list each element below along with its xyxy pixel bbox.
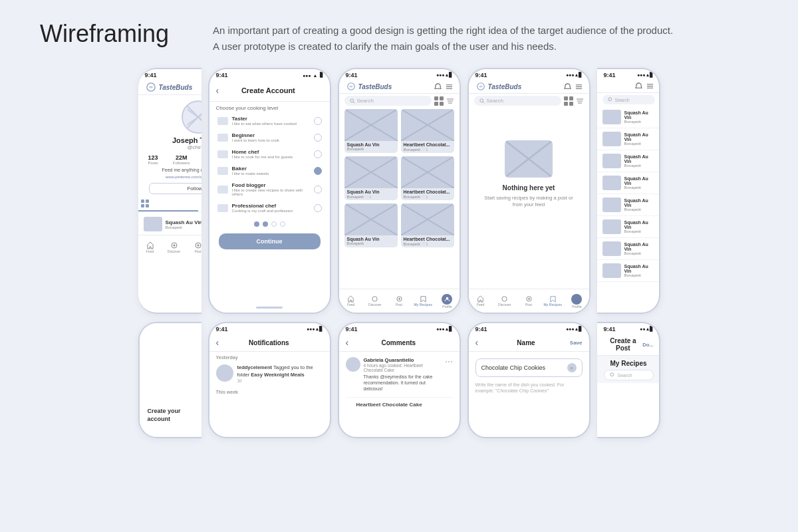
page-header: Wireframing An important part of creatin… xyxy=(0,0,798,68)
cooking-levels: TasterI like to eat what others have coo… xyxy=(209,112,330,216)
search-placeholder: Search xyxy=(487,98,503,104)
svg-point-50 xyxy=(479,98,483,102)
recipe-card[interactable]: Squash Au VinBonapetit ♡ 1 xyxy=(344,156,398,200)
save-button[interactable]: Save xyxy=(570,340,583,346)
nothing-title: Nothing here yet xyxy=(503,184,555,192)
profile-bio: Feed me anything and I'm happy :) xyxy=(138,166,201,174)
recipe-card[interactable]: Squash Au VinBonapetit xyxy=(344,203,398,247)
svg-rect-23 xyxy=(440,96,444,100)
filter-icon[interactable] xyxy=(446,97,454,105)
svg-point-61 xyxy=(502,297,507,301)
recipe-card[interactable]: Heartbeet Chocolat...Bonapetit ♡ 1 xyxy=(401,156,454,200)
search-bar[interactable]: Search xyxy=(474,96,561,106)
clear-button[interactable]: × xyxy=(567,363,577,372)
list-item: Squash Au VinBonapetit ⋯ xyxy=(138,213,201,235)
done-label[interactable]: Do... xyxy=(642,342,653,348)
my-recipes-title: My Recipes xyxy=(604,360,654,367)
bell-icon xyxy=(434,83,442,90)
svg-rect-9 xyxy=(146,204,149,207)
menu-icon xyxy=(446,83,453,90)
name-input-wrapper[interactable]: Chocolate Chip Cookies × xyxy=(475,358,583,377)
status-bar: 9:41 ●●● ▲ ▊ xyxy=(138,69,201,80)
level-taster[interactable]: TasterI like to eat what others have coo… xyxy=(212,112,327,129)
recipe-card[interactable]: Squash Au VinBonapetit xyxy=(344,109,398,153)
search-bar[interactable]: Search xyxy=(344,96,432,106)
continue-button[interactable]: Continue xyxy=(219,233,321,249)
level-food-blogger[interactable]: Food bloggerI like to create new recipes… xyxy=(212,179,327,200)
level-home-chef[interactable]: Home chefI like to cook for me and for g… xyxy=(212,146,327,162)
name-header: ‹ Name Save xyxy=(469,334,589,352)
status-bar: 9:41 ●●●▲▊ xyxy=(209,323,330,334)
svg-line-4 xyxy=(186,105,201,129)
svg-rect-6 xyxy=(141,200,144,203)
recipe-list-item[interactable]: Squash Au VinBonapetit xyxy=(597,150,660,172)
notification-item[interactable]: teddycelement Tagged you to the folder E… xyxy=(209,361,330,386)
status-bar: 9:41 ●●●▲▊ xyxy=(339,69,460,80)
svg-point-69 xyxy=(610,373,613,376)
dot-active xyxy=(254,221,259,227)
follow-button[interactable]: Followed xyxy=(149,183,201,194)
recipe-list-item[interactable]: Squash Au VinBonapetit xyxy=(597,194,660,216)
recipe-card[interactable]: Heartbeet Chocolat...Bonapetit ♡ 1 xyxy=(401,203,454,247)
profile-tabs xyxy=(138,197,201,212)
tab-saved[interactable] xyxy=(198,197,201,211)
comment-recipe-title: Heartbeet Chocolate Cake xyxy=(339,398,460,412)
app-name: TasteBuds xyxy=(358,83,392,90)
comments-title: Comments xyxy=(352,339,444,346)
svg-rect-24 xyxy=(434,102,438,106)
recipe-list-item[interactable]: Squash Au VinBonapetit xyxy=(597,260,660,282)
page-title: Wireframing xyxy=(40,20,173,48)
level-baker[interactable]: BakerI like to make sweets xyxy=(212,162,327,179)
svg-point-41 xyxy=(372,297,377,301)
profile-stats: 123Posts 22MFollowers 244Following 4KSav… xyxy=(138,153,201,166)
recipe-list-item[interactable]: Squash Au VinBonapetit xyxy=(597,128,660,150)
recipe-list-item[interactable]: Squash Au VinBonapetit xyxy=(597,106,660,128)
recipe-card[interactable]: Heartbeet Chocolat...Bonapetit ♡ 1 xyxy=(401,109,454,153)
svg-point-68 xyxy=(608,98,611,101)
profile-name: Joseph Tretiak xyxy=(138,136,201,144)
nothing-desc: Start saving recipes by making a post or… xyxy=(482,195,576,209)
create-account-cta-frame: Create your account xyxy=(138,322,201,438)
level-beginner[interactable]: BeginnerI want to learn how to cook xyxy=(212,129,327,146)
notif-avatar xyxy=(216,364,233,382)
nothing-here-section: Nothing here yet Start saving recipes by… xyxy=(469,108,589,241)
comment-more-icon[interactable]: ⋯ xyxy=(445,357,453,366)
grid-toggle-icon[interactable] xyxy=(434,96,444,106)
recipe-grid: Squash Au VinBonapetit Heartbeet Chocola… xyxy=(339,108,460,249)
back-button[interactable]: ‹ xyxy=(216,337,219,348)
my-recipes-search[interactable]: Search xyxy=(604,370,654,380)
name-input-value[interactable]: Chocolate Chip Cookies xyxy=(481,364,567,371)
svg-point-20 xyxy=(350,98,353,102)
back-button[interactable]: ‹ xyxy=(475,337,479,348)
notifications-header: ‹ Notifications xyxy=(209,334,330,352)
status-bar: 9:41 ●●● ▲ ▊ xyxy=(209,69,330,80)
notif-section-yesterday: Yesterday xyxy=(209,352,330,361)
search-placeholder: Search xyxy=(357,98,374,104)
recipe-list-item[interactable]: Squash Au VinBonapetit xyxy=(597,172,660,194)
svg-point-45 xyxy=(446,297,449,300)
dot-2 xyxy=(263,221,268,227)
tab-grid[interactable] xyxy=(138,197,198,211)
app-logo: TasteBuds xyxy=(346,82,392,90)
search-bar[interactable]: Search xyxy=(602,95,655,104)
app-logo: TasteBuds xyxy=(145,82,193,92)
profile-handle: @chirrrik xyxy=(138,144,201,150)
screen-title: Create Account xyxy=(223,86,313,94)
name-title: Name xyxy=(482,339,570,346)
recipe-list-item[interactable]: Squash Au VinBonapetit xyxy=(597,238,660,260)
profile-nav-bar: TasteBuds xyxy=(138,80,201,95)
svg-rect-53 xyxy=(569,96,573,100)
recipe-list-item[interactable]: Squash Au VinBonapetit xyxy=(597,216,660,238)
svg-line-5 xyxy=(186,105,201,129)
header-description: An important part of creating a good des… xyxy=(213,20,678,55)
back-button[interactable]: ‹ xyxy=(346,337,349,348)
search-row: Search xyxy=(469,94,589,108)
status-bar: 9:41 ●●●▲▊ xyxy=(597,69,660,80)
back-button[interactable]: ‹ xyxy=(216,85,219,96)
comment-avatar xyxy=(346,357,360,372)
frames-row-2: Create your account 9:41 ●●●▲▊ ‹ Notific… xyxy=(0,314,798,438)
name-hint: Write the name of the dish you cooked. F… xyxy=(469,380,589,396)
level-professional-chef[interactable]: Professional chefCooking is my craft and… xyxy=(212,200,327,216)
svg-rect-25 xyxy=(440,102,444,106)
svg-line-51 xyxy=(483,102,484,103)
